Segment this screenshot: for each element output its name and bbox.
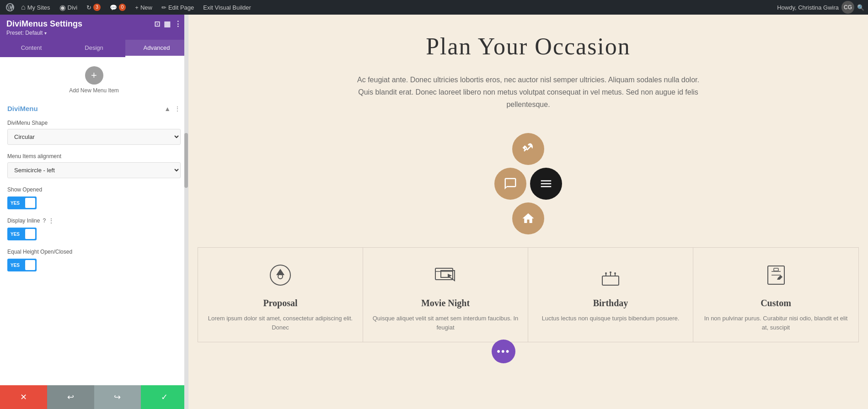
plus-circle-icon: + (91, 69, 97, 81)
menu-dots-icon[interactable]: ⋮ (174, 20, 182, 28)
display-inline-more-icon[interactable]: ⋮ (48, 218, 54, 224)
toggle-thumb-3 (25, 260, 35, 270)
show-opened-toggle-row: Show Opened YES (7, 186, 181, 209)
shape-field-group: DiviMenu Shape Circular Square Rounded (7, 120, 181, 145)
cancel-button[interactable]: ✕ (0, 385, 47, 409)
redo-button[interactable]: ↪ (94, 385, 141, 409)
admin-bar-edit-page[interactable]: ✏ Edit Page (157, 0, 198, 15)
panel-preset[interactable]: Preset: Default ▾ (6, 30, 182, 36)
search-icon[interactable]: 🔍 (857, 4, 864, 11)
scrollbar[interactable] (184, 15, 188, 409)
expand-icon[interactable]: ⊡ (154, 20, 160, 28)
equal-height-label: Equal Height Open/Closed (7, 249, 181, 255)
circular-menu-display (198, 129, 859, 238)
menu-row-3 (509, 199, 548, 238)
shape-select[interactable]: Circular Square Rounded (7, 129, 181, 145)
card-custom-title: Custom (761, 298, 791, 308)
page-main: Plan Your Occasion Ac feugiat ante. Done… (188, 15, 868, 351)
home-icon: ⌂ (21, 3, 26, 11)
card-movie-title: Movie Night (421, 298, 470, 308)
panel-actions: ✕ ↩ ↪ ✓ (0, 385, 188, 409)
float-menu-button[interactable]: ••• (492, 340, 515, 363)
admin-bar: ⌂ My Sites ◉ Divi ↻ 3 💬 0 + New ✏ Edit P… (0, 0, 868, 15)
svg-point-10 (605, 272, 607, 274)
admin-bar-new[interactable]: + New (130, 0, 157, 15)
alignment-label: Menu Items alignment (7, 153, 181, 159)
section-title[interactable]: DiviMenu (7, 105, 38, 112)
show-opened-label: Show Opened (7, 186, 181, 193)
menu-row-1 (509, 129, 548, 169)
add-menu-item-button[interactable]: + (85, 66, 103, 85)
refresh-icon: ↻ (86, 4, 91, 11)
custom-icon (762, 261, 790, 291)
movie-icon (432, 261, 459, 291)
menu-circle-tools[interactable] (512, 133, 544, 165)
svg-rect-16 (774, 268, 778, 271)
divimenu-section-header: DiviMenu ▲ ⋮ (7, 105, 181, 112)
wp-logo[interactable] (4, 1, 16, 14)
section-controls: ▲ ⋮ (164, 105, 181, 112)
display-inline-help-icon[interactable]: ? (43, 218, 46, 224)
tab-content[interactable]: Content (0, 40, 63, 57)
plus-icon: + (135, 4, 139, 11)
layout-icon[interactable]: ▦ (164, 20, 171, 28)
shape-label: DiviMenu Shape (7, 120, 181, 126)
card-proposal-text: Lorem ipsum dolor sit amet, consectetur … (207, 314, 354, 333)
admin-bar-comments[interactable]: 💬 0 (105, 0, 131, 15)
alignment-field-group: Menu Items alignment Semicircle - left S… (7, 153, 181, 178)
menu-circle-home[interactable] (512, 202, 544, 234)
card-movie-text: Quisque aliquet velit sit amet sem inter… (372, 314, 519, 333)
panel-tabs: Content Design Advanced (0, 40, 188, 57)
page-heading: Plan Your Occasion (198, 33, 859, 60)
admin-bar-exit-builder[interactable]: Exit Visual Builder (198, 0, 256, 15)
page-canvas: Plan Your Occasion Ac feugiat ante. Done… (188, 15, 868, 409)
equal-height-toggle[interactable]: YES (7, 259, 37, 271)
panel-content: + Add New Menu Item DiviMenu ▲ ⋮ DiviMen… (0, 57, 188, 385)
edit-icon: ✏ (161, 4, 166, 11)
section-options-icon[interactable]: ⋮ (174, 105, 181, 112)
collapse-icon[interactable]: ▲ (164, 105, 171, 112)
cards-grid: Proposal Lorem ipsum dolor sit amet, con… (198, 247, 859, 343)
svg-point-12 (614, 272, 616, 274)
avatar: CG (841, 1, 854, 14)
birthday-icon (597, 261, 624, 291)
panel-title-icons: ⊡ ▦ ⋮ (154, 20, 182, 28)
tab-design[interactable]: Design (63, 40, 125, 57)
svg-rect-6 (602, 276, 619, 285)
admin-bar-user: Howdy, Christina Gwira CG 🔍 (777, 1, 864, 14)
save-button[interactable]: ✓ (141, 385, 188, 409)
cancel-icon: ✕ (20, 392, 27, 402)
display-inline-toggle-row: Display Inline ? ⋮ YES (7, 218, 181, 240)
card-movie: Movie Night Quisque aliquet velit sit am… (363, 248, 528, 342)
display-inline-label: Display Inline ? ⋮ (7, 218, 181, 224)
toggle-thumb (25, 198, 35, 208)
admin-bar-divi[interactable]: ◉ Divi (55, 0, 82, 15)
svg-point-11 (610, 271, 611, 273)
show-opened-toggle[interactable]: YES (7, 197, 37, 209)
settings-panel: DiviMenus Settings ⊡ ▦ ⋮ Preset: Default… (0, 15, 188, 409)
add-menu-item-label: Add New Menu Item (69, 87, 119, 94)
toggle-thumb-2 (25, 229, 35, 239)
tab-advanced[interactable]: Advanced (125, 40, 188, 57)
undo-button[interactable]: ↩ (47, 385, 94, 409)
card-custom-text: In non pulvinar purus. Curabitur nisi od… (702, 314, 849, 333)
display-inline-toggle[interactable]: YES (7, 228, 37, 240)
card-proposal: Proposal Lorem ipsum dolor sit amet, con… (198, 248, 363, 342)
menu-circle-chat[interactable] (494, 168, 526, 200)
page-intro: Ac feugiat ante. Donec ultricies loborti… (350, 74, 707, 111)
proposal-icon (267, 261, 294, 291)
equal-height-toggle-row: Equal Height Open/Closed YES (7, 249, 181, 271)
card-birthday: Birthday Luctus lectus non quisque turpi… (528, 248, 693, 342)
menu-row-2 (491, 164, 566, 203)
dots-icon: ••• (497, 345, 510, 357)
admin-bar-updates[interactable]: ↻ 3 (82, 0, 105, 15)
redo-icon: ↪ (114, 392, 121, 402)
add-menu-item-section: + Add New Menu Item (7, 66, 181, 94)
panel-header: DiviMenus Settings ⊡ ▦ ⋮ Preset: Default… (0, 15, 188, 40)
card-proposal-title: Proposal (263, 298, 297, 308)
caret-icon: ▾ (44, 31, 47, 36)
menu-circle-menu[interactable] (530, 168, 562, 200)
alignment-select[interactable]: Semicircle - left Semicircle - right Ful… (7, 162, 181, 178)
admin-bar-mysites[interactable]: ⌂ My Sites (16, 0, 55, 15)
comment-icon: 💬 (110, 4, 117, 11)
